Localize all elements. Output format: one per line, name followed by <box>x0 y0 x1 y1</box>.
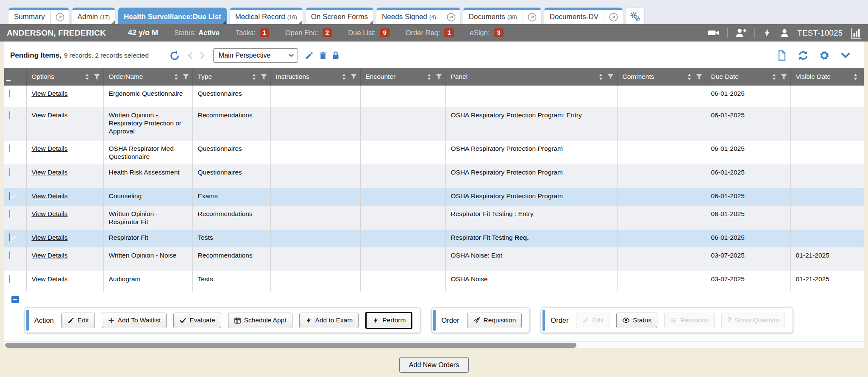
bar-chart-icon[interactable] <box>850 28 861 39</box>
status-button[interactable]: Status <box>616 313 657 328</box>
tab-settings-button[interactable] <box>626 8 644 24</box>
tab-health-surveillance-due-list[interactable]: Health Surveillance:Due List <box>118 8 227 24</box>
external-link-icon[interactable] <box>604 10 623 24</box>
tab-label: Admin <box>78 13 98 21</box>
sort-icon[interactable] <box>770 73 778 81</box>
col-instructions: Instructions <box>270 68 360 86</box>
pencil-icon[interactable] <box>305 51 314 60</box>
view-details-link[interactable]: View Details <box>32 252 68 259</box>
due-list-badge[interactable]: 9 <box>380 28 389 37</box>
requisition-button[interactable]: Requisition <box>467 313 522 328</box>
refresh-icon[interactable] <box>798 50 809 61</box>
chevron-right-icon[interactable] <box>197 50 207 61</box>
external-link-icon[interactable] <box>50 10 69 24</box>
trash-icon[interactable] <box>318 51 328 60</box>
filter-funnel-icon[interactable] <box>260 73 268 81</box>
row-checkbox[interactable] <box>9 233 10 241</box>
add-to-waitlist-button[interactable]: Add To Waitlist <box>102 313 167 328</box>
perform-button[interactable]: Perform <box>365 312 412 329</box>
sort-icon[interactable] <box>685 73 693 81</box>
cell-panel: Respirator Fit Testing : Entry <box>445 206 617 230</box>
horizontal-scrollbar[interactable] <box>4 341 864 348</box>
filter-funnel-icon[interactable] <box>93 73 101 81</box>
filter-funnel-icon[interactable] <box>435 73 443 81</box>
esign-badge[interactable]: 3 <box>494 28 504 37</box>
order-req-counter[interactable]: Order Req: 1 <box>406 28 454 37</box>
view-details-link[interactable]: View Details <box>32 145 68 152</box>
tab-count: (16) <box>287 14 297 20</box>
row-checkbox[interactable] <box>9 111 10 119</box>
view-details-link[interactable]: View Details <box>32 192 68 200</box>
tab-on-screen-forms[interactable]: On Screen Forms <box>306 8 373 24</box>
sort-icon[interactable] <box>425 73 433 81</box>
sort-icon[interactable] <box>851 73 860 81</box>
open-enc-badge[interactable]: 2 <box>323 28 332 37</box>
view-details-link[interactable]: View Details <box>32 111 68 119</box>
cell-encounter <box>360 86 445 107</box>
filter-funnel-icon[interactable] <box>695 73 703 81</box>
bolt-icon[interactable] <box>762 28 772 38</box>
row-checkbox[interactable] <box>9 89 10 97</box>
sort-icon[interactable] <box>172 73 180 81</box>
open-enc-counter[interactable]: Open Enc: 2 <box>285 28 332 37</box>
filter-funnel-icon[interactable] <box>182 73 190 81</box>
row-checkbox[interactable] <box>9 192 10 200</box>
new-document-icon[interactable] <box>776 50 787 61</box>
sort-icon[interactable] <box>597 73 605 81</box>
tab-needs-signed[interactable]: Needs Signed(4) <box>376 8 460 24</box>
chevron-down-icon[interactable] <box>840 50 851 61</box>
cell-instructions <box>270 107 360 141</box>
undo-icon[interactable] <box>170 50 180 61</box>
sort-icon[interactable] <box>250 73 258 81</box>
scrollbar-thumb[interactable] <box>5 343 576 348</box>
person-add-icon[interactable] <box>735 27 747 39</box>
order-req-badge[interactable]: 1 <box>444 28 453 37</box>
filter-funnel-icon[interactable] <box>606 73 615 81</box>
show-question-button[interactable]: ?Show Question <box>721 313 785 328</box>
edit-button[interactable]: Edit <box>61 313 95 328</box>
filter-funnel-icon[interactable] <box>350 73 358 81</box>
due-list-counter[interactable]: Due List: 9 <box>348 28 389 37</box>
add-new-orders-button[interactable]: Add New Orders <box>399 357 469 373</box>
external-link-icon[interactable] <box>523 10 541 24</box>
cell-visible-date <box>790 141 864 164</box>
tab-admin[interactable]: Admin(17) <box>72 8 115 24</box>
tab-summary[interactable]: Summary <box>8 8 69 24</box>
evaluate-button[interactable]: Evaluate <box>173 313 221 328</box>
tab-documents-dv[interactable]: Documents-DV <box>544 8 623 24</box>
schedule-appt-button[interactable]: Schedule Appt <box>228 313 292 328</box>
view-details-link[interactable]: View Details <box>32 210 68 217</box>
video-camera-icon[interactable] <box>708 27 720 39</box>
tab-medical-record[interactable]: Medical Record(16) <box>230 8 303 24</box>
collapse-selection-button[interactable] <box>11 296 19 303</box>
pending-items-table: Options OrderName Type Instructions Enco… <box>4 68 864 291</box>
add-to-exam-button[interactable]: Add to Exam <box>299 313 359 328</box>
chevron-left-icon[interactable] <box>185 50 195 61</box>
col-panel: Panel <box>445 68 617 86</box>
external-link-icon[interactable] <box>442 10 460 24</box>
row-checkbox[interactable] <box>9 275 10 283</box>
person-icon[interactable] <box>779 28 790 38</box>
revisions-button[interactable]: Revisions <box>664 313 715 328</box>
sort-icon[interactable] <box>83 73 91 81</box>
filter-funnel-icon[interactable] <box>780 73 788 81</box>
row-checkbox[interactable] <box>9 144 10 152</box>
gear-icon[interactable] <box>819 50 830 61</box>
perspective-select[interactable]: Main Perspective <box>213 48 298 63</box>
row-checkbox[interactable] <box>9 210 10 218</box>
tab-documents[interactable]: Documents(38) <box>463 8 541 24</box>
tasks-badge[interactable]: 1 <box>260 28 269 37</box>
row-checkbox[interactable] <box>9 251 10 259</box>
view-details-link[interactable]: View Details <box>32 169 68 176</box>
view-details-link[interactable]: View Details <box>32 234 68 241</box>
cell-comments <box>617 86 706 107</box>
lock-icon[interactable] <box>331 51 340 60</box>
view-details-link[interactable]: View Details <box>32 275 68 283</box>
view-details-link[interactable]: View Details <box>32 90 68 97</box>
sort-icon[interactable] <box>340 73 348 81</box>
order-edit-button[interactable]: Edit <box>576 313 609 328</box>
cell-comments <box>617 188 706 206</box>
tasks-counter[interactable]: Tasks: 1 <box>236 28 269 37</box>
esign-counter[interactable]: eSign: 3 <box>470 28 504 37</box>
row-checkbox[interactable] <box>9 168 10 176</box>
